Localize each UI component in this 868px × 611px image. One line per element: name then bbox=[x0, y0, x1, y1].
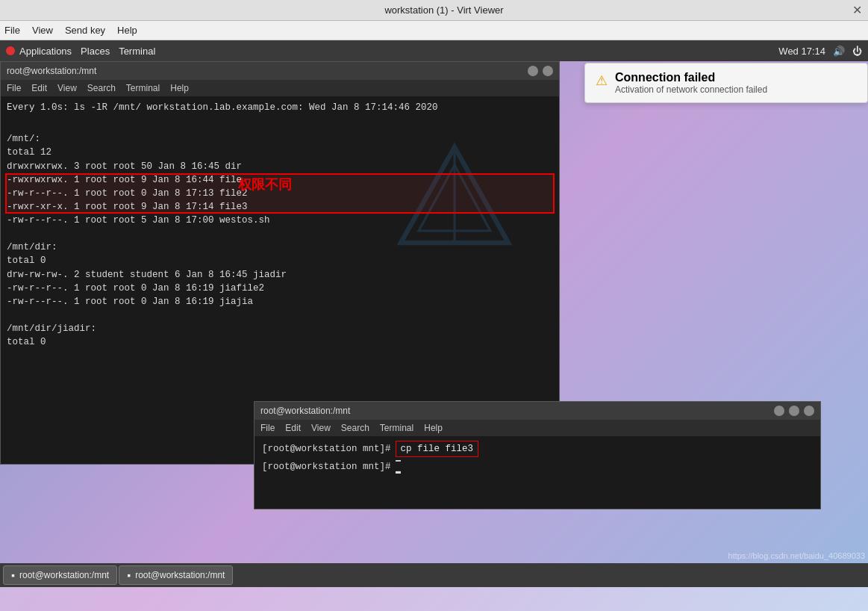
t1-menu-edit[interactable]: Edit bbox=[31, 83, 47, 93]
terminal1-title: root@workstation:/mnt bbox=[7, 66, 96, 76]
t1-menu-search[interactable]: Search bbox=[87, 83, 116, 93]
applications-button[interactable]: Applications bbox=[6, 46, 72, 57]
taskbar-item-1[interactable]: ▪ root@workstation:/mnt bbox=[119, 565, 233, 585]
power-icon[interactable]: ⏻ bbox=[852, 46, 862, 57]
notification-popup: ⚠ Connection failed Activation of networ… bbox=[584, 63, 868, 103]
menu-sendkey[interactable]: Send key bbox=[65, 25, 105, 36]
t1-line-1 bbox=[7, 119, 553, 132]
notification-text: Connection failed Activation of network … bbox=[615, 71, 767, 95]
terminal1-menubar: File Edit View Search Terminal Help bbox=[1, 80, 559, 96]
datetime-label: Wed 17:14 bbox=[778, 46, 825, 57]
taskbar-label-1: root@workstation:/mnt bbox=[135, 570, 225, 580]
t2-cmd-line-1: [root@workstation mnt]# cp file file3 bbox=[262, 441, 813, 457]
terminal2-title: root@workstation:/mnt bbox=[260, 406, 350, 416]
t1-menu-terminal[interactable]: Terminal bbox=[126, 83, 160, 93]
t1-line-11: drw-rw-rw-. 2 student student 6 Jan 8 16… bbox=[7, 268, 553, 282]
t1-line-0: Every 1.0s: ls -lR /mnt/ workstation.lab… bbox=[7, 101, 553, 114]
t2-menu-edit[interactable]: Edit bbox=[285, 423, 301, 433]
t2-cmd-line-2: [root@workstation mnt]# █ bbox=[262, 460, 813, 474]
terminal2-minimize[interactable]: _ bbox=[774, 406, 784, 416]
annotation-label: 权限不同 bbox=[238, 175, 292, 194]
terminal2-menubar: File Edit View Search Terminal Help bbox=[255, 420, 820, 436]
t2-command-1: cp file file3 bbox=[396, 441, 479, 457]
notification-title: Connection failed bbox=[615, 71, 767, 84]
close-button[interactable]: ✕ bbox=[852, 3, 862, 17]
t1-menu-view[interactable]: View bbox=[57, 83, 77, 93]
volume-icon[interactable]: 🔊 bbox=[833, 46, 845, 57]
terminal-window-2: root@workstation:/mnt _ □ × File Edit Vi… bbox=[254, 401, 821, 509]
t2-menu-help[interactable]: Help bbox=[424, 423, 443, 433]
t1-line-14: /mnt/dir/jiadir: bbox=[7, 322, 553, 335]
titlebar: workstation (1) - Virt Viewer ✕ bbox=[0, 0, 868, 21]
terminal1-titlebar: root@workstation:/mnt _ □ bbox=[1, 62, 559, 80]
menu-view[interactable]: View bbox=[32, 25, 53, 36]
topbar-left: Applications Places Terminal bbox=[6, 46, 155, 57]
t2-menu-view[interactable]: View bbox=[311, 423, 331, 433]
t1-line-blank2 bbox=[7, 308, 553, 322]
taskbar: ▪ root@workstation:/mnt ▪ root@workstati… bbox=[0, 563, 868, 587]
taskbar-label-0: root@workstation:/mnt bbox=[19, 570, 109, 580]
t1-line-7: -rwxr-xr-x. 1 root root 9 Jan 8 17:14 fi… bbox=[7, 200, 553, 214]
terminal2-content[interactable]: [root@workstation mnt]# cp file file3 [r… bbox=[255, 436, 820, 509]
t1-menu-file[interactable]: File bbox=[7, 83, 21, 93]
red-dot-icon bbox=[6, 46, 15, 55]
terminal2-close[interactable]: × bbox=[804, 406, 814, 416]
t1-line-12: -rw-r--r--. 1 root root 0 Jan 8 16:19 ji… bbox=[7, 282, 553, 295]
topbar-right: Wed 17:14 🔊 ⏻ bbox=[778, 46, 862, 57]
t2-menu-terminal[interactable]: Terminal bbox=[380, 423, 413, 433]
notification-subtitle: Activation of network connection failed bbox=[615, 84, 767, 95]
taskbar-item-0[interactable]: ▪ root@workstation:/mnt bbox=[3, 565, 117, 585]
terminal1-buttons: _ □ bbox=[528, 66, 553, 76]
taskbar-icon-1: ▪ bbox=[127, 569, 131, 581]
places-button[interactable]: Places bbox=[81, 46, 110, 57]
watermark-text: https://blog.csdn.net/baidu_40689033 bbox=[728, 551, 865, 560]
t1-line-15: total 0 bbox=[7, 335, 553, 349]
t2-cursor: █ bbox=[396, 460, 402, 474]
app-menubar: File View Send key Help bbox=[0, 21, 868, 40]
terminal2-maximize[interactable]: □ bbox=[789, 406, 799, 416]
menu-file[interactable]: File bbox=[4, 25, 20, 36]
terminal1-minimize[interactable]: _ bbox=[528, 66, 538, 76]
applications-label: Applications bbox=[19, 46, 72, 57]
taskbar-icon-0: ▪ bbox=[11, 569, 15, 581]
titlebar-title: workstation (1) - Virt Viewer bbox=[36, 4, 852, 16]
t2-menu-file[interactable]: File bbox=[260, 423, 275, 433]
t2-menu-search[interactable]: Search bbox=[341, 423, 369, 433]
terminal2-titlebar: root@workstation:/mnt _ □ × bbox=[255, 402, 820, 420]
t2-prompt-1: [root@workstation mnt]# bbox=[262, 442, 391, 456]
gnome-topbar: Applications Places Terminal Wed 17:14 🔊… bbox=[0, 40, 868, 61]
t2-prompt-2: [root@workstation mnt]# bbox=[262, 460, 391, 474]
terminal1-maximize[interactable]: □ bbox=[543, 66, 553, 76]
terminal-button[interactable]: Terminal bbox=[119, 46, 155, 57]
desktop: ⚠ Connection failed Activation of networ… bbox=[0, 61, 868, 587]
t1-menu-help[interactable]: Help bbox=[170, 83, 189, 93]
t1-line-13: -rw-r--r--. 1 root root 0 Jan 8 16:19 ji… bbox=[7, 295, 553, 308]
menu-help[interactable]: Help bbox=[117, 25, 137, 36]
warning-icon: ⚠ bbox=[596, 72, 608, 89]
terminal2-buttons: _ □ × bbox=[774, 406, 814, 416]
